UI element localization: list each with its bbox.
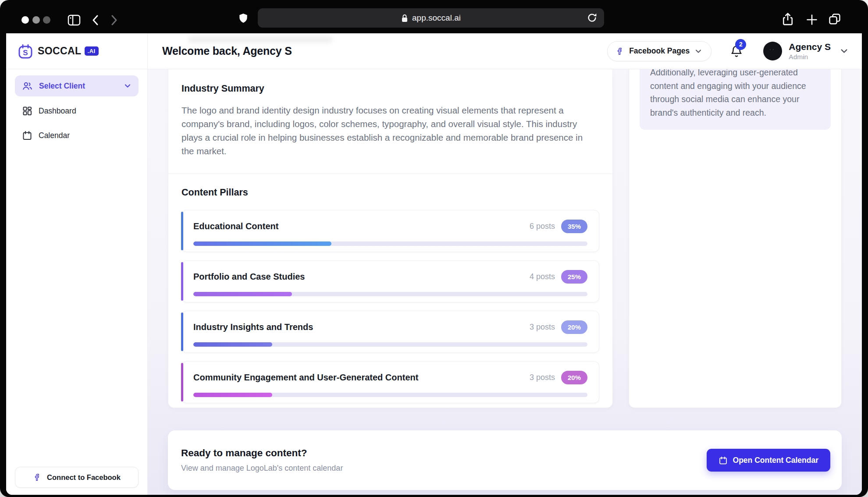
sidebar-nav: Select Client Dashboard Calendar <box>6 69 147 146</box>
select-client-label: Select Client <box>39 82 85 91</box>
insights-panel: Additionally, leveraging user-generated … <box>629 69 842 408</box>
user-role: Admin <box>789 53 831 60</box>
pillar-name: Industry Insights and Trends <box>193 322 313 332</box>
sidebar-item-dashboard[interactable]: Dashboard <box>15 101 139 121</box>
forward-icon[interactable] <box>109 14 119 26</box>
open-content-calendar-label: Open Content Calendar <box>733 456 818 465</box>
cta-title: Ready to manage content? <box>181 447 343 459</box>
tabs-icon[interactable] <box>828 12 842 26</box>
insight-text: Additionally, leveraging user-generated … <box>650 69 822 119</box>
facebook-icon <box>615 47 624 56</box>
content-pillar-card[interactable]: Industry Insights and Trends 3 posts 20% <box>181 311 599 353</box>
pillar-name: Community Engagement and User-Generated … <box>193 373 418 383</box>
svg-text:S: S <box>23 49 28 57</box>
cta-subtitle: View and manage LogoLab's content calend… <box>181 464 343 473</box>
soccal-logo-icon: S <box>18 43 33 59</box>
sidebar-toggle-icon[interactable] <box>67 13 82 27</box>
industry-summary-title: Industry Summary <box>181 83 599 94</box>
pillar-progress-track <box>193 292 587 296</box>
page-title: Welcome back, Agency S <box>162 45 292 57</box>
user-avatar[interactable] <box>763 42 782 60</box>
content-pillars-section: Content Pillars Educational Content 6 po… <box>168 174 612 403</box>
industry-summary-body: The logo and brand identity design indus… <box>181 103 597 158</box>
connect-facebook-label: Connect to Facebook <box>47 473 121 482</box>
address-bar[interactable]: app.soccal.ai <box>258 8 604 28</box>
select-client-dropdown[interactable]: Select Client <box>15 75 139 96</box>
app-logo: S SOCCAL .AI <box>6 33 147 69</box>
new-tab-icon[interactable] <box>806 14 818 26</box>
facebook-pages-dropdown[interactable]: Facebook Pages <box>607 41 711 61</box>
dashboard-content: Industry Summary The logo and brand iden… <box>148 69 862 495</box>
share-icon[interactable] <box>781 12 794 27</box>
browser-titlebar: app.soccal.ai <box>0 0 868 33</box>
chevron-down-icon[interactable] <box>840 46 849 56</box>
pillar-progress-fill <box>193 342 272 347</box>
calendar-icon <box>22 130 32 141</box>
insight-callout: Additionally, leveraging user-generated … <box>640 69 831 130</box>
user-menu[interactable]: Agency S Admin <box>789 42 831 60</box>
sidebar-item-label: Dashboard <box>39 106 76 116</box>
users-icon <box>22 81 33 92</box>
app-header: Welcome back, Agency S Facebook Pages <box>148 33 862 69</box>
pillar-progress-track <box>193 241 587 246</box>
window-minimize-button[interactable] <box>32 16 40 24</box>
chevron-down-icon <box>694 47 702 55</box>
calendar-icon <box>719 456 728 465</box>
pillar-list: Educational Content 6 posts 35% Portfoli… <box>181 210 599 403</box>
content-pillar-card[interactable]: Community Engagement and User-Generated … <box>181 361 599 403</box>
pillar-post-count: 3 posts <box>530 323 555 332</box>
browser-window: app.soccal.ai S SOCCAL .AI <box>0 0 868 497</box>
pillar-progress-fill <box>193 292 292 296</box>
logo-ai-badge: .AI <box>85 46 99 56</box>
pillar-accent-bar <box>181 212 183 250</box>
sidebar-item-calendar[interactable]: Calendar <box>15 125 139 146</box>
pillar-accent-bar <box>181 312 183 351</box>
window-close-button[interactable] <box>21 16 29 24</box>
facebook-icon <box>33 473 42 482</box>
pillar-post-count: 4 posts <box>530 272 555 281</box>
content-pillar-card[interactable]: Educational Content 6 posts 35% <box>181 210 599 252</box>
notifications-button[interactable]: 2 <box>730 44 743 58</box>
sidebar: S SOCCAL .AI Select Client <box>6 33 148 495</box>
app-root: S SOCCAL .AI Select Client <box>6 33 862 495</box>
connect-facebook-button[interactable]: Connect to Facebook <box>15 467 139 488</box>
user-name: Agency S <box>789 42 831 52</box>
open-content-calendar-button[interactable]: Open Content Calendar <box>707 449 830 472</box>
back-icon[interactable] <box>90 14 101 26</box>
facebook-pages-label: Facebook Pages <box>629 46 690 56</box>
notification-count-badge: 2 <box>735 39 746 50</box>
reload-icon[interactable] <box>586 12 598 24</box>
chevron-down-icon <box>124 82 132 90</box>
pillar-progress-fill <box>193 241 331 246</box>
pillar-post-count: 6 posts <box>530 222 555 231</box>
pillar-accent-bar <box>181 363 183 401</box>
industry-summary-section: Industry Summary The logo and brand iden… <box>168 69 612 174</box>
scrolled-content-blur <box>188 36 333 43</box>
lock-icon <box>401 14 408 22</box>
pillar-post-count: 3 posts <box>530 373 555 382</box>
pillar-progress-track <box>193 342 587 347</box>
dashboard-grid-icon <box>22 106 32 116</box>
window-zoom-button[interactable] <box>43 16 50 24</box>
pillar-name: Educational Content <box>193 221 278 231</box>
logo-text: SOCCAL <box>38 45 82 57</box>
pillar-name: Portfolio and Case Studies <box>193 272 305 282</box>
pillar-percent-badge: 20% <box>561 371 587 384</box>
client-overview-card: Industry Summary The logo and brand iden… <box>168 69 613 408</box>
main-column: Welcome back, Agency S Facebook Pages <box>148 33 862 495</box>
url-text: app.soccal.ai <box>412 13 461 23</box>
pillar-accent-bar <box>181 262 183 301</box>
sidebar-item-label: Calendar <box>39 131 70 140</box>
content-pillars-title: Content Pillars <box>181 187 599 198</box>
pillar-percent-badge: 25% <box>561 270 587 284</box>
manage-content-cta: Ready to manage content? View and manage… <box>168 430 842 490</box>
pillar-progress-track <box>193 393 587 397</box>
pillar-percent-badge: 35% <box>561 220 587 233</box>
content-pillar-card[interactable]: Portfolio and Case Studies 4 posts 25% <box>181 260 599 302</box>
pillar-percent-badge: 20% <box>561 320 587 334</box>
pillar-progress-fill <box>193 393 272 397</box>
shield-icon[interactable] <box>238 13 249 24</box>
